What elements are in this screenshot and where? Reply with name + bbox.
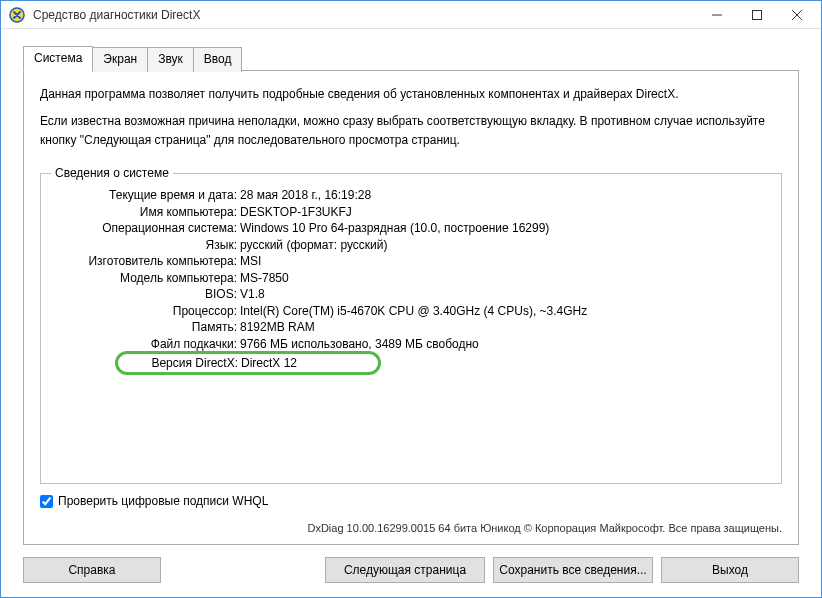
close-button[interactable] — [777, 2, 817, 28]
row-language: Язык: русский (формат: русский) — [55, 238, 767, 252]
value-language: русский (формат: русский) — [240, 238, 388, 252]
value-computer-name: DESKTOP-1F3UKFJ — [240, 205, 352, 219]
label-model: Модель компьютера — [120, 271, 234, 285]
client-area: Система Экран Звук Ввод Данная программа… — [1, 29, 821, 597]
save-all-button[interactable]: Сохранить все сведения... — [493, 557, 653, 583]
whql-checkbox[interactable] — [40, 495, 53, 508]
exit-button[interactable]: Выход — [661, 557, 799, 583]
tab-strip: Система Экран Звук Ввод — [23, 45, 799, 70]
tab-display[interactable]: Экран — [92, 47, 148, 72]
tab-panel-system: Данная программа позволяет получить подр… — [23, 70, 799, 545]
label-language: Язык — [206, 238, 234, 252]
system-info-group: Сведения о системе Текущие время и дата:… — [40, 173, 782, 484]
tab-system[interactable]: Система — [23, 46, 93, 71]
group-title: Сведения о системе — [51, 166, 173, 180]
svg-rect-1 — [753, 10, 762, 19]
label-memory: Память — [192, 320, 234, 334]
value-memory: 8192MB RAM — [240, 320, 315, 334]
minimize-button[interactable] — [697, 2, 737, 28]
row-manufacturer: Изготовитель компьютера: MSI — [55, 254, 767, 268]
value-bios: V1.8 — [240, 287, 265, 301]
value-os: Windows 10 Pro 64-разрядная (10.0, постр… — [240, 221, 549, 235]
intro-text: Данная программа позволяет получить подр… — [40, 85, 782, 159]
row-model: Модель компьютера: MS-7850 — [55, 271, 767, 285]
label-computer-name: Имя компьютера — [140, 205, 234, 219]
minimize-icon — [712, 10, 722, 20]
window-title: Средство диагностики DirectX — [33, 8, 697, 22]
row-directx-highlighted: Версия DirectX: DirectX 12 — [115, 351, 381, 375]
label-datetime: Текущие время и дата — [109, 188, 234, 202]
window-controls — [697, 2, 817, 28]
value-pagefile: 9766 МБ использовано, 3489 МБ свободно — [240, 337, 479, 351]
value-manufacturer: MSI — [240, 254, 261, 268]
tab-sound[interactable]: Звук — [147, 47, 194, 72]
label-os: Операционная система — [102, 221, 234, 235]
next-page-button[interactable]: Следующая страница — [325, 557, 485, 583]
help-button[interactable]: Справка — [23, 557, 161, 583]
tab-input[interactable]: Ввод — [193, 47, 243, 72]
whql-checkbox-row[interactable]: Проверить цифровые подписи WHQL — [40, 494, 782, 508]
maximize-button[interactable] — [737, 2, 777, 28]
label-directx: Версия DirectX — [151, 356, 234, 370]
value-datetime: 28 мая 2018 г., 16:19:28 — [240, 188, 371, 202]
copyright-text: DxDiag 10.00.16299.0015 64 бита Юникод ©… — [40, 522, 782, 534]
titlebar: Средство диагностики DirectX — [1, 1, 821, 29]
maximize-icon — [752, 10, 762, 20]
dxdiag-window: Средство диагностики DirectX Система Экр… — [0, 0, 822, 598]
label-processor: Процессор — [173, 304, 234, 318]
intro-paragraph-2: Если известна возможная причина неполадк… — [40, 112, 782, 150]
row-pagefile: Файл подкачки: 9766 МБ использовано, 348… — [55, 337, 767, 351]
button-row: Справка Следующая страница Сохранить все… — [23, 557, 799, 583]
whql-checkbox-label: Проверить цифровые подписи WHQL — [58, 494, 268, 508]
row-processor: Процессор: Intel(R) Core(TM) i5-4670K CP… — [55, 304, 767, 318]
intro-paragraph-1: Данная программа позволяет получить подр… — [40, 85, 782, 104]
value-processor: Intel(R) Core(TM) i5-4670K CPU @ 3.40GHz… — [240, 304, 587, 318]
row-datetime: Текущие время и дата: 28 мая 2018 г., 16… — [55, 188, 767, 202]
dxdiag-icon — [9, 7, 25, 23]
row-bios: BIOS: V1.8 — [55, 287, 767, 301]
row-memory: Память: 8192MB RAM — [55, 320, 767, 334]
row-computer-name: Имя компьютера: DESKTOP-1F3UKFJ — [55, 205, 767, 219]
value-model: MS-7850 — [240, 271, 289, 285]
label-pagefile: Файл подкачки — [151, 337, 234, 351]
label-bios: BIOS — [205, 287, 234, 301]
close-icon — [792, 10, 802, 20]
label-manufacturer: Изготовитель компьютера — [88, 254, 233, 268]
value-directx: DirectX 12 — [241, 356, 297, 370]
row-os: Операционная система: Windows 10 Pro 64-… — [55, 221, 767, 235]
